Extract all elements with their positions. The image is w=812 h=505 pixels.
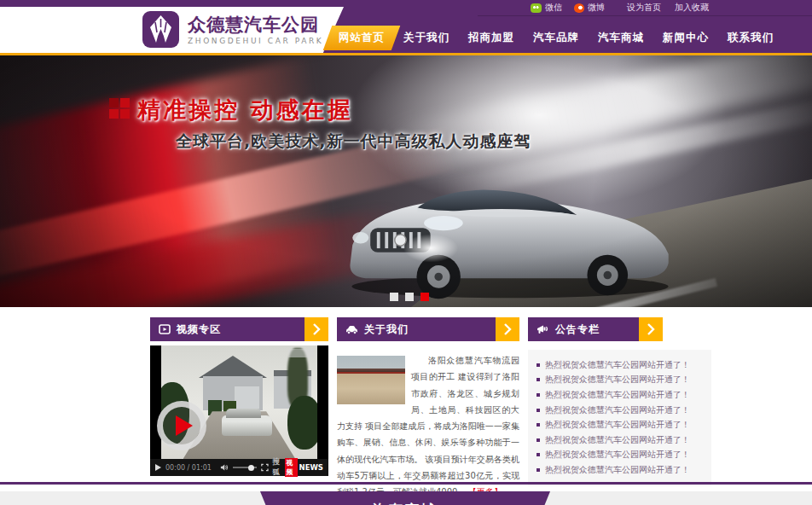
add-favorite-link[interactable]: 加入收藏	[675, 2, 709, 14]
notice-item-link[interactable]: 热烈祝贺众德慧汽车公园网站开通了！	[536, 462, 705, 478]
chevron-right-icon	[647, 323, 655, 335]
about-panel-header: 关于我们	[337, 317, 519, 341]
set-home-link[interactable]: 设为首页	[627, 2, 661, 14]
carousel-dots	[390, 293, 429, 301]
volume-slider[interactable]	[233, 467, 257, 468]
notice-item-link[interactable]: 热烈祝贺众德慧汽车公园网站开通了！	[536, 432, 705, 448]
nav-item-news[interactable]: 新闻中心	[653, 25, 718, 51]
bullet-icon	[536, 453, 540, 456]
video-player[interactable]: 00:00 / 01:01 搜狐 视频 NEWS	[150, 345, 328, 476]
logo-title: 众德慧汽车公园	[188, 15, 323, 35]
site-logo[interactable]: 众德慧汽车公园 ZHONGDEHUI CAR PARK	[142, 10, 323, 49]
carousel-dot-1[interactable]	[390, 293, 398, 301]
video-panel-title: 视频专区	[177, 322, 221, 337]
bullet-icon	[536, 378, 540, 381]
weibo-link[interactable]: 微博	[574, 2, 605, 14]
notice-more-arrow-button[interactable]	[639, 317, 663, 341]
topbar-links: 设为首页 加入收藏	[627, 2, 709, 14]
video-panel-header: 视频专区	[150, 317, 328, 341]
sohu-video-logo: 搜狐 视频 NEWS	[273, 457, 323, 478]
hero-subline: 全球平台,欧美技术,新一代中高级私人动感座驾	[176, 131, 531, 153]
red-squares-icon	[109, 98, 130, 119]
fullscreen-icon[interactable]	[261, 463, 269, 472]
house-roof	[199, 356, 267, 378]
player-time: 00:00 / 01:01	[165, 464, 212, 472]
car-icon	[345, 325, 358, 334]
nav-item-brands[interactable]: 汽车品牌	[524, 25, 589, 51]
notice-item-link[interactable]: 热烈祝贺众德慧汽车公园网站开通了！	[536, 373, 705, 388]
about-panel-title: 关于我们	[364, 322, 409, 337]
video-watermark	[288, 349, 314, 357]
chevron-right-icon	[312, 323, 321, 335]
hero-banner: 精准操控 动感在握 全球平台,欧美技术,新一代中高级私人动感座驾	[0, 55, 812, 307]
logo-mark-icon	[142, 10, 180, 49]
volume-icon[interactable]	[220, 463, 229, 472]
video-control-bar: 00:00 / 01:01 搜狐 视频 NEWS	[150, 459, 328, 476]
bullet-icon	[536, 409, 540, 412]
nav-item-about[interactable]: 关于我们	[394, 25, 459, 51]
megaphone-icon	[536, 324, 549, 334]
carousel-dot-2[interactable]	[405, 293, 414, 301]
volume-slider-knob[interactable]	[248, 465, 254, 471]
weibo-icon	[574, 3, 584, 13]
bullet-icon	[536, 363, 540, 367]
next-section-title-tab: 汽车商城	[260, 491, 550, 505]
nav-item-join[interactable]: 招商加盟	[459, 25, 524, 51]
carousel-dot-3-active[interactable]	[420, 293, 429, 301]
thumbnail-car	[222, 415, 272, 436]
chevron-right-icon	[503, 323, 512, 335]
hero-text-block: 精准操控 动感在握 全球平台,欧美技术,新一代中高级私人动感座驾	[109, 95, 531, 153]
news-logo-text: NEWS	[299, 463, 323, 472]
bullet-icon	[536, 468, 540, 472]
sohu-logo-text: 搜狐	[273, 457, 284, 478]
big-play-button[interactable]	[157, 401, 206, 450]
notice-panel-header: 公告专栏	[528, 317, 663, 341]
bush-right	[287, 396, 317, 450]
about-text-block: 洛阳众德慧汽车物流园项目的开工 建设得到了洛阳市政府、洛龙区、城乡规划局、土地局…	[337, 352, 519, 501]
video-icon	[159, 324, 171, 334]
nav-item-home[interactable]: 网站首页	[329, 25, 394, 51]
about-panel: 关于我们 洛阳众德慧汽车物流园项目的开工 建设得到了洛阳市政府、洛龙区、城乡规划…	[337, 317, 519, 501]
about-more-arrow-button[interactable]	[496, 317, 519, 341]
nav-item-mall[interactable]: 汽车商城	[589, 25, 653, 51]
utility-topbar: 微信 微博 设为首页 加入收藏	[478, 0, 812, 16]
next-section-title: 汽车商城	[373, 502, 438, 505]
hero-vignette	[0, 55, 812, 307]
content-panels: 视频专区	[150, 317, 711, 501]
video-panel: 视频专区	[150, 317, 328, 501]
notice-list: 热烈祝贺众德慧汽车公园网站开通了！ 热烈祝贺众德慧汽车公园网站开通了！ 热烈祝贺…	[528, 350, 711, 486]
weibo-label: 微博	[588, 2, 605, 14]
notice-item-link[interactable]: 热烈祝贺众德慧汽车公园网站开通了！	[536, 448, 705, 463]
page: 微信 微博 设为首页 加入收藏 众德慧汽车公园 ZHONGDEHUI CAR P…	[0, 0, 812, 505]
logo-text: 众德慧汽车公园 ZHONGDEHUI CAR PARK	[188, 15, 323, 45]
thumbnail-car-cabin	[226, 409, 261, 418]
nav-item-contact[interactable]: 联系我们	[718, 25, 783, 51]
video-logo-badge: 视频	[285, 458, 297, 477]
wechat-label: 微信	[545, 2, 562, 14]
notice-panel: 公告专栏 热烈祝贺众德慧汽车公园网站开通了！ 热烈祝贺众德慧汽车公园网站开通了！…	[528, 317, 711, 501]
notice-panel-title: 公告专栏	[555, 322, 600, 337]
hero-headline: 精准操控 动感在握	[137, 95, 531, 125]
notice-item-link[interactable]: 热烈祝贺众德慧汽车公园网站开通了！	[536, 357, 705, 373]
bullet-icon	[536, 438, 540, 442]
bullet-icon	[536, 423, 540, 427]
wechat-link[interactable]: 微信	[531, 2, 562, 14]
notice-item-link[interactable]: 热烈祝贺众德慧汽车公园网站开通了！	[536, 387, 705, 403]
notice-item-link[interactable]: 热烈祝贺众德慧汽车公园网站开通了！	[536, 403, 705, 418]
logo-subtitle: ZHONGDEHUI CAR PARK	[188, 37, 323, 45]
garage-door	[235, 386, 259, 409]
bullet-icon	[536, 393, 540, 397]
video-more-arrow-button[interactable]	[304, 317, 328, 341]
about-photo	[337, 356, 405, 404]
notice-item-link[interactable]: 热烈祝贺众德慧汽车公园网站开通了！	[536, 417, 705, 432]
site-header: 微信 微博 设为首页 加入收藏 众德慧汽车公园 ZHONGDEHUI CAR P…	[0, 0, 812, 55]
section-divider-line	[0, 482, 812, 485]
play-icon	[176, 415, 193, 436]
main-nav: 网站首页 关于我们 招商加盟 汽车品牌 汽车商城 新闻中心 联系我们	[329, 23, 783, 53]
player-play-button[interactable]	[155, 464, 161, 471]
wechat-icon	[531, 3, 542, 13]
